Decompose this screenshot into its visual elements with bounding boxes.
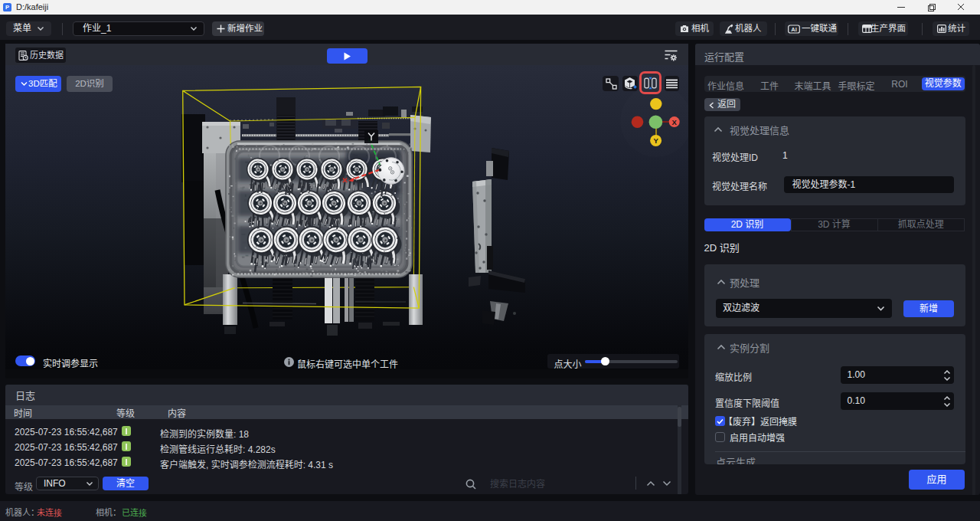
svg-text:Y: Y	[653, 136, 658, 145]
svg-text:P: P	[5, 4, 9, 11]
svg-text:AI: AI	[791, 25, 797, 32]
svg-text:X: X	[672, 118, 678, 126]
